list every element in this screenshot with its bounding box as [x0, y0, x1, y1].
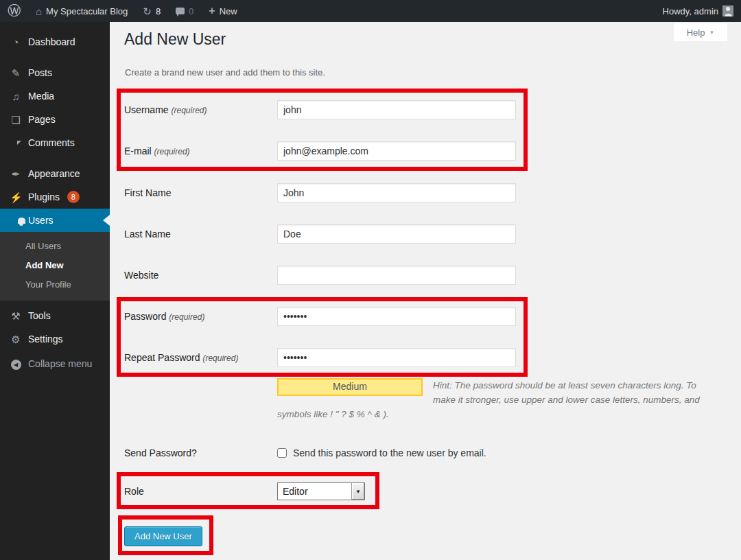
send-password-checkbox[interactable]: [277, 448, 287, 458]
last-name-input[interactable]: [277, 224, 516, 244]
media-icon: ♫: [10, 91, 22, 102]
website-row: Website: [124, 266, 516, 285]
new-content-link[interactable]: + New: [201, 0, 244, 22]
main-content: Help ▼ Add New User Create a brand new u…: [110, 22, 741, 560]
site-name-label: My Spectacular Blog: [46, 6, 128, 16]
required-note: (required): [202, 353, 238, 363]
sidebar-item-plugins[interactable]: ⚡ Plugins 8: [0, 185, 110, 209]
last-name-row: Last Name: [124, 224, 516, 244]
sidebar-item-tools[interactable]: ⚒ Tools: [0, 304, 110, 327]
my-account-link[interactable]: Howdy, admin: [655, 0, 741, 22]
home-icon: ⌂: [36, 6, 42, 16]
sidebar-item-appearance[interactable]: ✒ Appearance: [0, 162, 110, 185]
sidebar-item-users[interactable]: Users: [0, 209, 110, 232]
comments-bubble-icon: [176, 8, 185, 14]
password-row: Password (required): [124, 307, 516, 327]
sidebar-item-label: Posts: [28, 67, 52, 78]
appearance-icon: ✒: [10, 169, 22, 179]
admin-menu: ◔ Dashboard ✎ Posts ♫ Media ❏ Pages Comm…: [0, 22, 110, 232]
site-name-link[interactable]: ⌂ My Spectacular Blog: [28, 0, 135, 22]
send-password-checkbox-label: Send this password to the new user by em…: [293, 446, 486, 460]
first-name-row: First Name: [124, 183, 516, 202]
submenu-item-all-users[interactable]: All Users: [0, 237, 110, 256]
role-selected-value: Editor: [278, 486, 351, 497]
plus-icon: +: [209, 5, 215, 16]
repeat-password-row: Repeat Password (required): [124, 348, 516, 368]
sidebar-item-label: Pages: [28, 114, 56, 125]
first-name-label: First Name: [124, 183, 277, 202]
email-row: E-mail (required): [124, 141, 516, 161]
pages-icon: ❏: [10, 115, 22, 125]
sidebar-item-dashboard[interactable]: ◔ Dashboard: [0, 30, 110, 54]
users-submenu: All Users Add New Your Profile: [0, 232, 110, 301]
sidebar-item-label: Media: [28, 91, 54, 102]
plugins-icon: ⚡: [10, 192, 22, 202]
page-title: Add New User: [124, 30, 226, 49]
role-row: Role Editor ▼: [124, 482, 365, 500]
howdy-label: Howdy, admin: [663, 6, 718, 16]
new-label: New: [220, 6, 237, 16]
send-password-label: Send Password?: [124, 446, 277, 460]
username-label: Username (required): [124, 100, 277, 120]
sidebar-item-posts[interactable]: ✎ Posts: [0, 61, 110, 84]
sidebar-item-label: Plugins: [28, 191, 60, 202]
updates-count: 8: [156, 6, 161, 16]
role-select[interactable]: Editor ▼: [277, 482, 365, 500]
website-input[interactable]: [277, 266, 516, 285]
repeat-password-label: Repeat Password (required): [124, 348, 277, 368]
role-label: Role: [124, 482, 277, 500]
collapse-icon: ◀: [10, 358, 22, 371]
add-new-user-button[interactable]: Add New User: [124, 526, 202, 546]
submenu-item-your-profile[interactable]: Your Profile: [0, 275, 110, 294]
first-name-input[interactable]: [277, 183, 516, 202]
sidebar-item-settings[interactable]: ⚙ Settings: [0, 327, 110, 351]
help-label: Help: [687, 27, 705, 38]
last-name-label: Last Name: [124, 224, 277, 244]
avatar: [722, 5, 733, 16]
posts-icon: ✎: [10, 68, 22, 78]
sidebar-item-label: Collapse menu: [28, 358, 92, 369]
comments-count: 0: [189, 6, 193, 16]
admin-sidebar: ◔ Dashboard ✎ Posts ♫ Media ❏ Pages Comm…: [0, 22, 110, 560]
help-button[interactable]: Help ▼: [674, 23, 727, 41]
send-password-option: Send this password to the new user by em…: [277, 446, 486, 460]
sidebar-item-label: Users: [28, 215, 54, 226]
password-strength-meter: Medium: [277, 378, 423, 396]
username-input[interactable]: [277, 100, 516, 119]
required-note: (required): [169, 312, 204, 322]
collapse-menu-button[interactable]: ◀ Collapse menu: [0, 352, 110, 375]
chevron-down-icon: ▼: [709, 30, 714, 36]
updates-icon: ↻: [143, 6, 152, 16]
select-dropdown-button[interactable]: ▼: [351, 483, 364, 500]
password-label: Password (required): [124, 307, 277, 327]
website-label: Website: [124, 266, 277, 285]
plugins-update-badge: 8: [67, 191, 80, 203]
sidebar-item-comments[interactable]: Comments: [0, 131, 110, 154]
current-menu-arrow: [103, 215, 110, 226]
wp-logo-menu[interactable]: Ⓦ: [0, 0, 28, 22]
password-input[interactable]: [277, 307, 516, 326]
sidebar-item-label: Comments: [28, 137, 75, 148]
sidebar-item-pages[interactable]: ❏ Pages: [0, 108, 110, 131]
username-row: Username (required): [124, 100, 516, 120]
sidebar-item-label: Tools: [28, 310, 51, 321]
required-note: (required): [154, 147, 190, 156]
settings-icon: ⚙: [10, 334, 22, 345]
dashboard-icon: ◔: [10, 37, 22, 47]
sidebar-item-media[interactable]: ♫ Media: [0, 84, 110, 108]
sidebar-item-label: Appearance: [28, 168, 80, 179]
email-input[interactable]: [277, 141, 516, 161]
password-hint-area: Medium Hint: The password should be at l…: [277, 378, 711, 421]
repeat-password-input[interactable]: [277, 348, 516, 367]
page-subtitle: Create a brand new user and add them to …: [125, 67, 325, 78]
sidebar-item-label: Settings: [28, 334, 63, 345]
wordpress-logo-icon: Ⓦ: [8, 2, 21, 20]
required-note: (required): [171, 106, 207, 115]
chevron-down-icon: ▼: [355, 489, 361, 495]
admin-bar: Ⓦ ⌂ My Spectacular Blog ↻ 8 0 + New Howd…: [0, 0, 741, 22]
admin-menu-lower: ⚒ Tools ⚙ Settings ◀ Collapse menu: [0, 301, 110, 375]
sidebar-item-label: Dashboard: [28, 36, 75, 47]
updates-link[interactable]: ↻ 8: [135, 0, 168, 22]
submenu-item-add-new[interactable]: Add New: [0, 256, 110, 275]
comments-link[interactable]: 0: [168, 0, 201, 22]
